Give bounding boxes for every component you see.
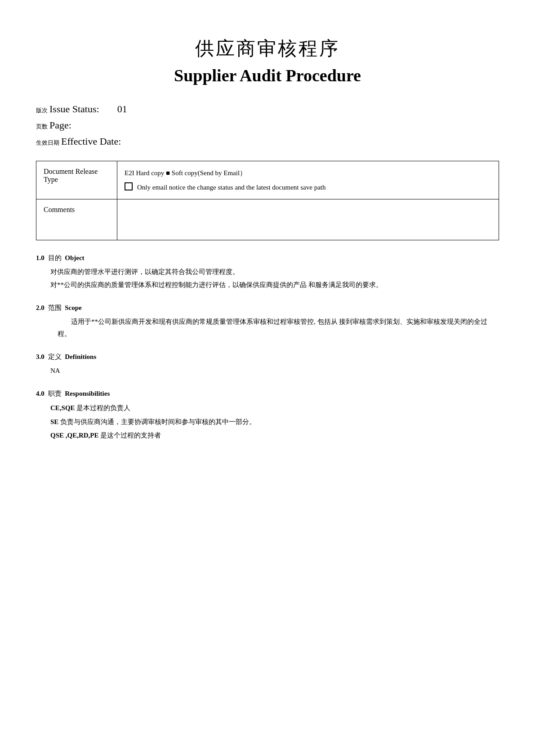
comments-label: Comments (36, 199, 117, 240)
section-2-header: 2.0 范围 Scope (36, 304, 499, 312)
resp-line-3: QSE ,QE,RD,PE 是这个过程的支持者 (50, 429, 499, 442)
table-row-comments: Comments (36, 199, 499, 240)
title-chinese: 供应商审核程序 (36, 36, 499, 61)
table-row-release-type: Document Release Type E2I Hard copy ■ So… (36, 161, 499, 199)
section-4: 4.0 职责 Responsibilities CE,SQE 是本过程的负责人 … (36, 389, 499, 442)
issue-label-cn: 版次 (36, 106, 48, 115)
section-4-header: 4.0 职责 Responsibilities (36, 389, 499, 398)
release-checkbox-line: Only email notice the change status and … (125, 182, 491, 193)
section-1-line-2: 对**公司的供应商的质量管理体系和过程控制能力进行评估，以确保供应商提供的产品 … (50, 279, 499, 291)
section-3-header: 3.0 定义 Definitions (36, 353, 499, 361)
resp-line-1: CE,SQE 是本过程的负责人 (50, 402, 499, 415)
section-2-line-1: 适用于**公司新供应商开发和现有供应商的常规质量管理体系审核和过程审核管控, 包… (58, 316, 499, 340)
date-label-cn: 生效日期 (36, 139, 59, 147)
date-row: 生效日期 Effective Date: (36, 136, 499, 147)
section-2: 2.0 范围 Scope 适用于**公司新供应商开发和现有供应商的常规质量管理体… (36, 304, 499, 340)
section-3-body: NA (36, 365, 499, 377)
section-1-header: 1.0 目的 Object (36, 254, 499, 262)
release-type-content: E2I Hard copy ■ Soft copy(Send by Email）… (117, 161, 499, 199)
section-1: 1.0 目的 Object 对供应商的管理水平进行测评，以确定其符合我公司管理程… (36, 254, 499, 291)
issue-value: 01 (117, 103, 127, 115)
page-row: 页数 Page: (36, 119, 499, 131)
release-line1: E2I Hard copy ■ Soft copy(Send by Email） (125, 168, 491, 178)
section-4-body: CE,SQE 是本过程的负责人 SE 负责与供应商沟通，主要协调审核时间和参与审… (36, 402, 499, 442)
checkbox-icon (125, 182, 133, 190)
date-label-en: Effective Date: (61, 136, 121, 147)
release-type-label: Document Release Type (36, 161, 117, 199)
page-label-en: Page: (49, 119, 71, 131)
comments-content (117, 199, 499, 240)
page-label-cn: 页数 (36, 123, 48, 131)
section-2-body: 适用于**公司新供应商开发和现有供应商的常规质量管理体系审核和过程审核管控, 包… (36, 316, 499, 340)
issue-status-row: 版次 Issue Status: 01 (36, 103, 499, 115)
release-checkbox-text: Only email notice the change status and … (137, 182, 325, 193)
section-1-line-1: 对供应商的管理水平进行测评，以确定其符合我公司管理程度。 (50, 266, 499, 278)
issue-label-en: Issue Status: (49, 103, 99, 115)
title-english: Supplier Audit Procedure (36, 66, 499, 85)
page-container: 供应商审核程序 Supplier Audit Procedure 版次 Issu… (36, 36, 499, 442)
section-3: 3.0 定义 Definitions NA (36, 353, 499, 377)
resp-line-2: SE 负责与供应商沟通，主要协调审核时间和参与审核的其中一部分。 (50, 416, 499, 429)
section-3-line-1: NA (50, 365, 499, 377)
info-table: Document Release Type E2I Hard copy ■ So… (36, 161, 499, 240)
section-1-body: 对供应商的管理水平进行测评，以确定其符合我公司管理程度。 对**公司的供应商的质… (36, 266, 499, 291)
